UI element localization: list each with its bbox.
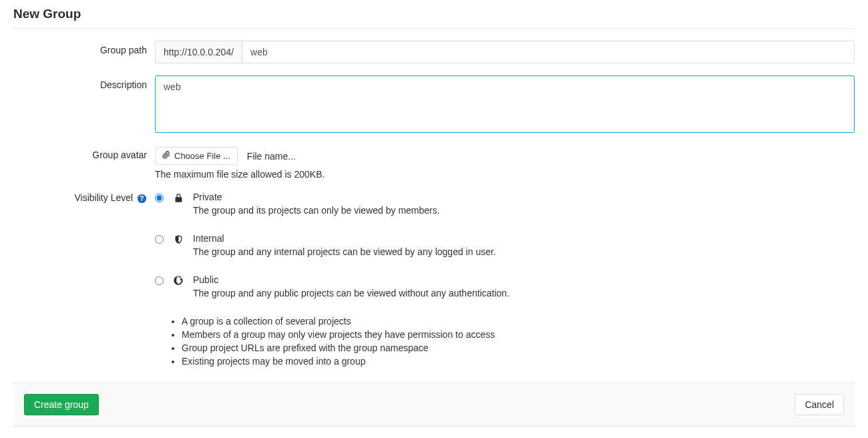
radio-private[interactable] bbox=[155, 194, 164, 202]
description-textarea[interactable] bbox=[155, 75, 855, 133]
help-icon[interactable]: ? bbox=[137, 194, 147, 204]
info-list: A group is a collection of several proje… bbox=[155, 316, 855, 367]
radio-public[interactable] bbox=[155, 276, 164, 285]
visibility-label-text: Visibility Level bbox=[74, 192, 133, 203]
group-path-input-group: http://10.0.0.204/ bbox=[155, 41, 855, 63]
info-item: Members of a group may only view project… bbox=[182, 329, 855, 340]
shield-icon bbox=[173, 233, 184, 245]
private-title: Private bbox=[193, 192, 855, 202]
group-path-input[interactable] bbox=[242, 41, 854, 63]
internal-desc: The group and any internal projects can … bbox=[193, 246, 855, 257]
internal-title: Internal bbox=[193, 233, 855, 244]
label-description: Description bbox=[13, 75, 155, 90]
file-name-placeholder: File name... bbox=[247, 151, 296, 162]
label-avatar: Group avatar bbox=[13, 147, 155, 160]
lock-icon bbox=[173, 192, 184, 204]
label-group-path: Group path bbox=[13, 41, 155, 55]
create-group-button[interactable]: Create group bbox=[24, 394, 99, 415]
svg-text:?: ? bbox=[140, 195, 144, 202]
choose-file-label: Choose File ... bbox=[174, 151, 230, 161]
paperclip-icon bbox=[162, 151, 170, 161]
info-item: A group is a collection of several proje… bbox=[182, 316, 855, 326]
info-item: Group project URLs are prefixed with the… bbox=[182, 343, 855, 353]
divider bbox=[13, 28, 855, 29]
avatar-hint: The maximum file size allowed is 200KB. bbox=[155, 169, 855, 180]
page-title: New Group bbox=[13, 7, 855, 21]
public-desc: The group and any public projects can be… bbox=[193, 288, 855, 298]
public-title: Public bbox=[193, 274, 855, 285]
label-visibility: Visibility Level ? bbox=[13, 192, 155, 204]
radio-internal[interactable] bbox=[155, 235, 164, 244]
row-group-path: Group path http://10.0.0.204/ bbox=[13, 41, 855, 63]
globe-icon bbox=[173, 274, 184, 286]
visibility-option-private[interactable]: Private The group and its projects can o… bbox=[155, 192, 855, 216]
private-desc: The group and its projects can only be v… bbox=[193, 205, 855, 216]
visibility-option-public[interactable]: Public The group and any public projects… bbox=[155, 274, 855, 298]
group-path-prefix: http://10.0.0.204/ bbox=[156, 41, 242, 63]
info-item: Existing projects may be moved into a gr… bbox=[182, 356, 855, 367]
visibility-option-internal[interactable]: Internal The group and any internal proj… bbox=[155, 233, 855, 257]
row-description: Description bbox=[13, 75, 855, 135]
form-footer: Create group Cancel bbox=[13, 383, 855, 427]
choose-file-button[interactable]: Choose File ... bbox=[155, 147, 238, 165]
cancel-button[interactable]: Cancel bbox=[795, 394, 844, 415]
row-visibility: Visibility Level ? Private The group and… bbox=[13, 192, 855, 369]
row-avatar: Group avatar Choose File ... File name..… bbox=[13, 147, 855, 180]
